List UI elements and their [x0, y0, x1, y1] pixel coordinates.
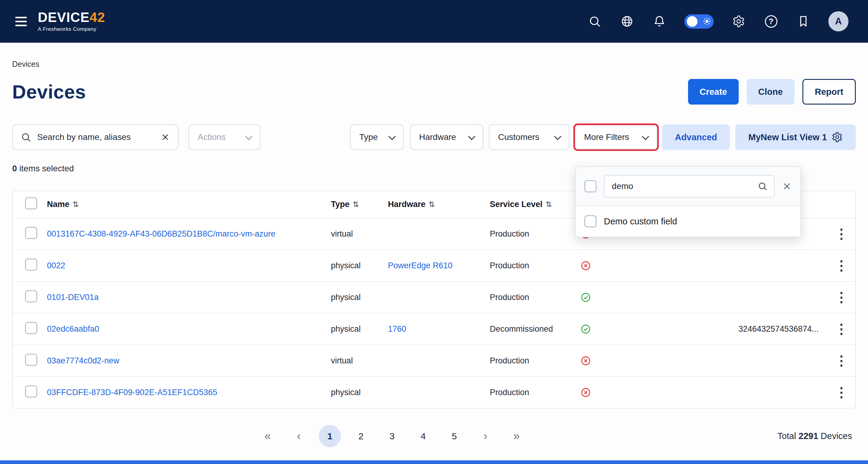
- page-button-4[interactable]: 4: [412, 425, 434, 447]
- table-row: 0101-DEV01a physical Production ⋮: [13, 281, 855, 313]
- row-menu-kebab-icon[interactable]: ⋮: [835, 385, 848, 400]
- customers-filter-label: Customers: [498, 132, 539, 142]
- row-menu-kebab-icon[interactable]: ⋮: [835, 353, 848, 368]
- hardware-filter-dropdown[interactable]: Hardware: [410, 124, 484, 150]
- sort-icon[interactable]: ⇅: [72, 200, 79, 209]
- row-menu-kebab-icon[interactable]: ⋮: [835, 290, 848, 304]
- status-cell: [580, 292, 591, 303]
- row-checkbox[interactable]: [25, 227, 37, 239]
- logo-subtitle: A Freshworks Company: [38, 26, 105, 32]
- sort-icon[interactable]: ⇅: [352, 200, 359, 209]
- column-header-hardware[interactable]: Hardware⇅: [388, 200, 490, 209]
- search-input[interactable]: [37, 132, 155, 142]
- column-header-type[interactable]: Type⇅: [331, 200, 388, 209]
- row-menu-kebab-icon[interactable]: ⋮: [835, 226, 848, 241]
- main-content: Devices Devices Create Clone Report Acti…: [0, 60, 868, 447]
- sort-icon[interactable]: ⇅: [429, 200, 435, 209]
- red-annotation-box: More Filters: [574, 124, 659, 151]
- more-filters-popup: Demo custom field: [575, 166, 801, 237]
- device-name-link[interactable]: 0013167C-4308-4929-AF43-06D6B25D1B8C/mar…: [47, 229, 275, 238]
- advanced-button[interactable]: Advanced: [662, 124, 730, 150]
- sun-icon: [703, 17, 711, 26]
- device-type: physical: [331, 293, 388, 302]
- error-status-icon: [580, 356, 591, 366]
- report-button[interactable]: Report: [802, 79, 856, 105]
- bookmark-icon[interactable]: [796, 14, 811, 29]
- hardware-link[interactable]: PowerEdge R610: [388, 261, 453, 270]
- row-checkbox[interactable]: [25, 290, 37, 302]
- page-button-2[interactable]: 2: [350, 425, 372, 447]
- device-name-link[interactable]: 03ae7774c0d2-new: [47, 356, 119, 365]
- search-icon: [757, 181, 767, 191]
- customers-filter-dropdown[interactable]: Customers: [489, 124, 569, 150]
- popup-close-icon[interactable]: [782, 181, 792, 191]
- status-cell: [580, 387, 591, 398]
- page-button-1[interactable]: 1: [319, 425, 341, 447]
- row-checkbox[interactable]: [25, 259, 37, 271]
- prev-page-icon[interactable]: ‹: [288, 425, 310, 447]
- gear-icon: [832, 132, 843, 143]
- select-all-rows-checkbox[interactable]: [25, 197, 37, 209]
- table-row: 02edc6aabfa0 physical 1760 Decommissione…: [13, 313, 855, 344]
- create-button[interactable]: Create: [688, 79, 739, 105]
- pagination: « ‹ 1 2 3 4 5 › » Total 2291 Devices: [12, 425, 856, 447]
- row-menu-kebab-icon[interactable]: ⋮: [835, 258, 848, 273]
- question-mark: ?: [765, 15, 777, 28]
- error-status-icon: [580, 387, 591, 398]
- globe-icon[interactable]: [620, 14, 634, 29]
- result-checkbox[interactable]: [584, 215, 596, 227]
- popup-search-input[interactable]: [611, 181, 754, 192]
- device-name-link[interactable]: 0101-DEV01a: [47, 293, 99, 302]
- service-level: Production: [490, 356, 569, 366]
- theme-toggle[interactable]: [684, 14, 714, 29]
- hamburger-menu-icon[interactable]: [15, 17, 27, 26]
- column-header-service-level[interactable]: Service Level⇅: [490, 200, 569, 209]
- row-menu-kebab-icon[interactable]: ⋮: [835, 321, 848, 336]
- select-all-checkbox[interactable]: [584, 180, 596, 192]
- list-view-button[interactable]: MyNew List View 1: [735, 124, 856, 150]
- search-icon[interactable]: [587, 14, 602, 29]
- page-button-5[interactable]: 5: [443, 425, 465, 447]
- row-checkbox[interactable]: [25, 354, 37, 366]
- gear-icon[interactable]: [732, 14, 746, 29]
- next-page-icon[interactable]: ›: [474, 425, 497, 447]
- hardware-filter-label: Hardware: [419, 132, 456, 142]
- status-cell: [580, 324, 591, 334]
- user-avatar[interactable]: A: [828, 11, 848, 31]
- clone-button[interactable]: Clone: [747, 79, 795, 105]
- device42-logo[interactable]: DEVICE42 A Freshworks Company: [38, 11, 105, 32]
- service-level: Production: [490, 261, 569, 270]
- column-header-name[interactable]: Name⇅: [47, 200, 331, 209]
- sort-icon[interactable]: ⇅: [546, 200, 552, 209]
- actions-label: Actions: [198, 132, 226, 142]
- page-button-3[interactable]: 3: [381, 425, 403, 447]
- clear-search-icon[interactable]: [161, 133, 170, 142]
- popup-result-item[interactable]: Demo custom field: [576, 206, 800, 237]
- last-page-icon[interactable]: »: [505, 425, 528, 447]
- row-checkbox[interactable]: [25, 385, 37, 398]
- device-type: physical: [331, 261, 388, 270]
- chevron-down-icon: [642, 133, 649, 140]
- service-level: Production: [490, 293, 569, 302]
- page-title: Devices: [12, 81, 86, 103]
- total-count: 2291: [799, 431, 818, 441]
- device-name-link[interactable]: 0022: [47, 261, 65, 270]
- bell-icon[interactable]: [652, 14, 667, 29]
- list-view-label: MyNew List View 1: [748, 132, 827, 142]
- more-filters-dropdown[interactable]: More Filters: [575, 125, 657, 150]
- custom-field-value: 3246432574536874...: [738, 324, 829, 334]
- device-type: physical: [331, 324, 388, 334]
- hardware-link[interactable]: 1760: [388, 324, 406, 333]
- device-name-link[interactable]: 02edc6aabfa0: [47, 324, 99, 333]
- type-filter-label: Type: [359, 132, 378, 142]
- type-filter-dropdown[interactable]: Type: [350, 124, 404, 150]
- row-checkbox[interactable]: [25, 322, 37, 334]
- device-name-link[interactable]: 03FFCDFE-873D-4F09-902E-A51EF1CD5365: [47, 388, 217, 397]
- actions-dropdown[interactable]: Actions: [188, 124, 260, 150]
- logo-text-orange: 42: [90, 10, 105, 25]
- breadcrumb[interactable]: Devices: [12, 60, 856, 69]
- help-icon[interactable]: ?: [764, 14, 778, 29]
- first-page-icon[interactable]: «: [256, 425, 279, 447]
- chevron-down-icon: [245, 133, 252, 140]
- top-navbar: DEVICE42 A Freshworks Company ? A: [0, 0, 868, 43]
